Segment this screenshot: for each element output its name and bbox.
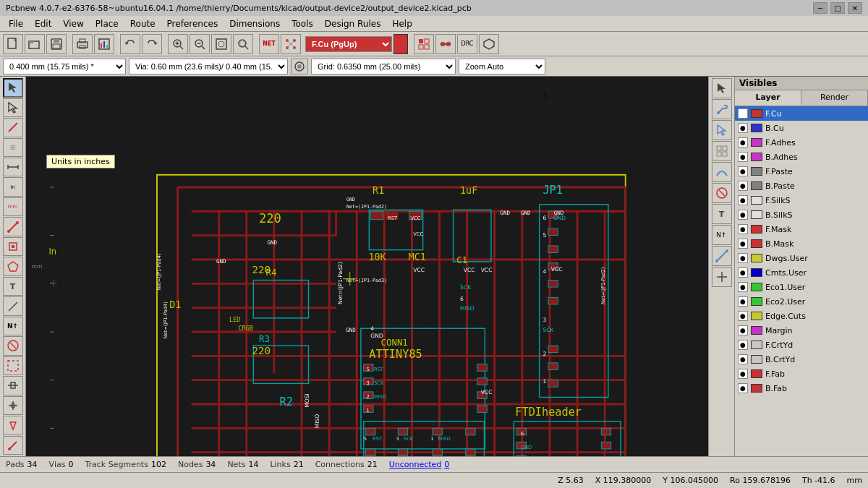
menu-item-tools[interactable]: Tools bbox=[286, 17, 319, 30]
drc-button[interactable]: DRC bbox=[457, 34, 477, 54]
layer-eye-b-cu[interactable]: ● bbox=[738, 123, 748, 133]
layer-row-dwgs-user[interactable]: ●Dwgs.User bbox=[735, 251, 868, 265]
polygon-tool[interactable] bbox=[3, 257, 23, 275]
save-button[interactable] bbox=[46, 34, 67, 54]
layer-row-cmts-user[interactable]: ●Cmts.User bbox=[735, 265, 868, 280]
layer-eye-b-adhes[interactable]: ● bbox=[738, 152, 748, 162]
layer-row-b-paste[interactable]: ●B.Paste bbox=[735, 179, 868, 193]
layer-eye-edge-cuts[interactable]: ● bbox=[738, 311, 748, 321]
layer-row-f-mask[interactable]: ●F.Mask bbox=[735, 222, 868, 236]
menu-item-route[interactable]: Route bbox=[124, 17, 161, 30]
layer-row-f-crtyd[interactable]: ●F.CrtYd bbox=[735, 338, 868, 352]
menu-item-design-rules[interactable]: Design Rules bbox=[319, 17, 387, 30]
drc-marker-tool[interactable] bbox=[3, 336, 23, 355]
measure-tool[interactable] bbox=[3, 158, 23, 176]
maximize-button[interactable]: □ bbox=[830, 2, 845, 14]
menu-item-file[interactable]: File bbox=[3, 17, 29, 30]
layer-row-b-adhes[interactable]: ●B.Adhes bbox=[735, 150, 868, 164]
grid-display[interactable]: ⊞ bbox=[3, 138, 23, 157]
layer-eye-f-silks[interactable]: ● bbox=[738, 195, 748, 205]
zoom-in-button[interactable] bbox=[168, 34, 188, 54]
layer-row-eco2-user[interactable]: ●Eco2.User bbox=[735, 294, 868, 309]
north-arrow[interactable]: N↑ bbox=[3, 317, 23, 335]
layer-row-margin[interactable]: ●Margin bbox=[735, 323, 868, 338]
layer-eye-f-crtyd[interactable]: ● bbox=[738, 340, 748, 350]
render-tab[interactable]: Render bbox=[801, 90, 868, 106]
layer-eye-f-cu[interactable]: ● bbox=[738, 108, 748, 119]
zoom-select[interactable]: Zoom Auto bbox=[459, 59, 545, 74]
in-unit-display[interactable]: In bbox=[3, 177, 23, 196]
mm-unit-display[interactable]: mm bbox=[3, 197, 23, 216]
layer-row-edge-cuts[interactable]: ●Edge.Cuts bbox=[735, 309, 868, 323]
layer-eye-b-mask[interactable]: ● bbox=[738, 239, 748, 249]
nets-button[interactable]: NET bbox=[259, 34, 279, 54]
menu-item-dimensions[interactable]: Dimensions bbox=[224, 17, 286, 30]
minimize-button[interactable]: − bbox=[813, 2, 827, 14]
layer-row-b-crtyd[interactable]: ●B.CrtYd bbox=[735, 352, 868, 367]
layer-row-f-adhes[interactable]: ●F.Adhes bbox=[735, 135, 868, 150]
open-button[interactable] bbox=[25, 34, 45, 54]
pad-tool[interactable] bbox=[3, 237, 23, 256]
right-route-single[interactable] bbox=[712, 246, 732, 266]
layer-eye-cmts-user[interactable]: ● bbox=[738, 267, 748, 278]
drill-tool[interactable] bbox=[3, 416, 23, 435]
menu-item-help[interactable]: Help bbox=[386, 17, 417, 30]
right-select-tool[interactable] bbox=[712, 78, 732, 98]
right-router-tool[interactable] bbox=[712, 99, 732, 119]
layer-eye-eco2-user[interactable]: ● bbox=[738, 296, 748, 307]
layer-row-b-fab[interactable]: ●B.Fab bbox=[735, 381, 868, 395]
layer-row-b-silks[interactable]: ●B.SilkS bbox=[735, 207, 868, 222]
layer-row-b-mask[interactable]: ●B.Mask bbox=[735, 236, 868, 251]
layer-eye-f-paste[interactable]: ● bbox=[738, 166, 748, 176]
router-tool[interactable] bbox=[3, 118, 23, 137]
right-drc[interactable] bbox=[712, 183, 732, 203]
text-tool[interactable]: T bbox=[3, 277, 23, 296]
layer-eye-eco1-user[interactable]: ● bbox=[738, 282, 748, 292]
layer-eye-f-mask[interactable]: ● bbox=[738, 224, 748, 234]
layer-color-button[interactable] bbox=[393, 34, 408, 54]
inspect-tool[interactable] bbox=[3, 98, 23, 117]
via-icon[interactable] bbox=[291, 59, 308, 74]
layer-eye-b-fab[interactable]: ● bbox=[738, 383, 748, 393]
marker-tool[interactable] bbox=[3, 436, 23, 455]
compass-tool[interactable] bbox=[3, 396, 23, 415]
print-button[interactable] bbox=[72, 34, 93, 54]
redo-button[interactable] bbox=[142, 34, 162, 54]
layer-row-f-silks[interactable]: ●F.SilkS bbox=[735, 193, 868, 207]
track-route-tool[interactable] bbox=[3, 217, 23, 236]
new-button[interactable] bbox=[3, 34, 23, 54]
menu-item-place[interactable]: Place bbox=[90, 17, 124, 30]
layer-eye-margin[interactable]: ● bbox=[738, 325, 748, 335]
ratsnest-button[interactable] bbox=[281, 34, 301, 54]
menu-item-preferences[interactable]: Preferences bbox=[161, 17, 224, 30]
right-compass[interactable] bbox=[712, 267, 732, 287]
layer-eye-b-crtyd[interactable]: ● bbox=[738, 354, 748, 364]
display-3d-button[interactable] bbox=[479, 34, 499, 54]
zoom-area-button[interactable] bbox=[233, 34, 253, 54]
layer-eye-f-fab[interactable]: ● bbox=[738, 369, 748, 379]
layer-eye-f-adhes[interactable]: ● bbox=[738, 137, 748, 147]
layer-eye-b-silks[interactable]: ● bbox=[738, 210, 748, 220]
layer-row-b-cu[interactable]: ●B.Cu bbox=[735, 121, 868, 135]
select-tool[interactable] bbox=[3, 78, 23, 98]
pad-grid-button[interactable] bbox=[414, 34, 434, 54]
layer-eye-dwgs-user[interactable]: ● bbox=[738, 253, 748, 263]
plot-button[interactable] bbox=[94, 34, 114, 54]
undo-button[interactable] bbox=[120, 34, 140, 54]
right-inspect-tool[interactable] bbox=[712, 120, 732, 140]
layer-tab[interactable]: Layer bbox=[735, 90, 801, 106]
zoom-fit-button[interactable] bbox=[211, 34, 231, 54]
layer-row-f-fab[interactable]: ●F.Fab bbox=[735, 367, 868, 381]
grid-select[interactable]: Grid: 0.6350 mm (25.00 mils) bbox=[311, 59, 456, 74]
line-tool[interactable] bbox=[3, 296, 23, 315]
right-pad-grid[interactable] bbox=[712, 141, 732, 161]
layer-row-f-cu[interactable]: ●F.Cu bbox=[735, 106, 868, 121]
track-select[interactable]: 0.400 mm (15.75 mils) * bbox=[3, 59, 126, 74]
menu-item-view[interactable]: View bbox=[57, 17, 89, 30]
zone-tool[interactable] bbox=[3, 356, 23, 375]
right-curve-tool[interactable] bbox=[712, 162, 732, 182]
layer-eye-b-paste[interactable]: ● bbox=[738, 181, 748, 191]
layer-row-f-paste[interactable]: ●F.Paste bbox=[735, 164, 868, 179]
canvas-area[interactable]: Units in inches bbox=[26, 77, 708, 456]
right-north[interactable]: N↑ bbox=[712, 225, 732, 245]
